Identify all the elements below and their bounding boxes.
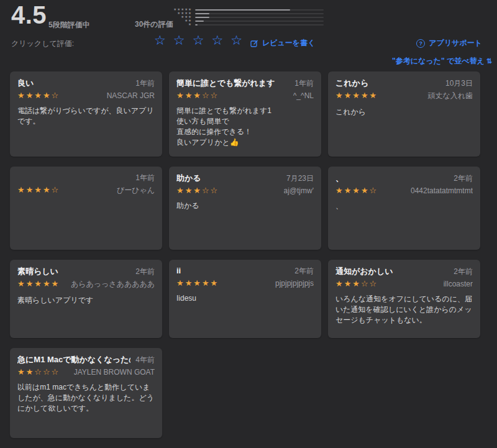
rate-star-4[interactable]: ☆ [211,32,223,48]
review-title: 簡単に誰とでも繋がれます [176,78,290,89]
review-card: 通知がおかしい2年前★★★☆☆illcoasterいろんな通知をオフにしているの… [328,260,480,338]
histogram-bar-fill [195,17,209,19]
review-date: 10月3日 [445,78,473,89]
app-support-label: アプリサポート [429,38,482,48]
histogram-bar-track [195,9,324,11]
review-date: 1年前 [135,78,155,89]
review-body: 電話は繋がりづらいですが、良いアプリです。 [17,106,155,127]
histogram-row-1-star: ★ [171,23,324,27]
rate-prompt-label: クリックして評価: [11,39,74,49]
review-card: ii2年前★★★★★pjpjpjpjpjpjsIidesu [169,260,321,338]
review-card: 1年前★★★★☆びーひゃん [10,167,162,250]
review-title: 急にM1 Macで動かなくなったのでどうにかし [17,354,130,365]
review-author: あらあっっさあああああ [71,279,155,290]
review-card: 良い1年前★★★★☆NASCAR JGR電話は繋がりづらいですが、良いアプリです… [10,71,162,157]
review-title: これから [335,78,440,89]
review-title: 助かる [176,173,281,184]
ratings-header: 4.5 5段階評価中 30件の評価 ★★★★★★★★★★★★★★★ クリックして… [0,0,497,71]
review-title: 、 [335,173,449,184]
review-star-rating: ★★★★★ [335,91,378,100]
histogram-bar-track [195,21,324,22]
review-date: 2年前 [135,267,155,277]
reviews-grid: 良い1年前★★★★☆NASCAR JGR電話は繋がりづらいですが、良いアプリです… [10,71,497,438]
review-body: これから [335,107,473,117]
review-body: いろんな通知をオフにしているのに、届いた通知を確認しにいくと誰からのメッセージも… [335,294,473,326]
review-card: 素晴らしい2年前★★★★★あらあっっさあああああ素晴らしいアプリです [10,260,162,338]
review-star-rating: ★★★☆☆ [176,91,219,100]
review-title: ii [176,266,290,275]
rate-star-5[interactable]: ☆ [230,32,242,48]
histogram-star-icons: ★ [171,23,192,27]
review-body: 以前はm1 macできちんと動作していましたが、急に動かなくなりました。どうにか… [17,382,155,414]
review-star-rating: ★★★★★ [176,278,219,288]
review-card: 助かる7月23日★★★☆☆aj@tjmw'助かる [169,167,321,250]
review-card: 、2年前★★★★☆0442tatatatmtmtmt、 [328,167,480,250]
rate-star-3[interactable]: ☆ [193,32,204,48]
review-author: pjpjpjpjpjpjs [275,279,314,288]
review-author: びーひゃん [117,185,155,196]
review-star-rating: ★★★★☆ [17,91,60,100]
sort-arrows-icon: ⇅ [486,57,492,65]
histogram-bar-fill [195,13,209,15]
rating-count: 30件の評価 [135,19,173,30]
review-body: Iidesu [176,293,314,304]
average-rating: 4.5 [11,1,47,29]
histogram-bar-fill [195,9,290,11]
sort-label: "参考になった" で並べ替え [392,57,485,65]
write-review-button[interactable]: レビューを書く [250,38,315,48]
histogram-bar-track [195,17,324,19]
compose-icon [250,39,258,47]
review-date: 2年前 [294,266,314,277]
question-mark-icon: ? [416,39,425,48]
review-title: 良い [17,78,130,89]
review-date: 2年前 [454,267,473,277]
review-date: 4年前 [135,355,155,365]
review-author: illcoaster [444,280,473,288]
review-body: 助かる [176,201,314,211]
review-author: JAYLEN BROWN GOAT [74,368,155,377]
review-star-rating: ★★☆☆☆ [17,367,60,377]
rate-star-2[interactable]: ☆ [173,32,185,48]
review-date: 1年前 [135,173,155,183]
review-author: 頑丈な入れ歯 [427,91,473,101]
review-body: 簡単に誰とでも繋がれます1 使い方も簡単で 直感的に操作できる！ 良いアプリかと… [176,106,314,157]
review-star-rating: ★★★★☆ [17,185,60,194]
review-card: これから10月3日★★★★★頑丈な入れ歯これから [328,71,480,157]
rating-scale-label: 5段階評価中 [48,20,90,30]
review-title: 通知がおかしい [335,266,449,277]
review-body: 、 [335,201,473,211]
review-author: ^_^NL [293,91,314,100]
review-date: 7月23日 [286,173,314,184]
histogram-bar-track [195,24,324,26]
rate-star-1[interactable]: ☆ [154,32,166,48]
review-star-rating: ★★★★☆ [335,186,378,195]
rate-stars[interactable]: ☆☆☆☆☆ [154,32,242,48]
review-star-rating: ★★★☆☆ [176,186,219,195]
sort-selector[interactable]: "参考になった" で並べ替え⇅ [392,56,492,66]
review-title: 素晴らしい [17,266,130,277]
histogram-bar-fill [195,24,198,26]
review-author: NASCAR JGR [107,91,155,100]
review-card: 簡単に誰とでも繋がれます1年前★★★☆☆^_^NL簡単に誰とでも繋がれます1 使… [169,71,321,157]
histogram-bar-fill [195,21,204,22]
review-body: 素晴らしいアプリです [17,295,155,306]
review-star-rating: ★★★★★ [17,279,60,288]
rating-histogram: ★★★★★★★★★★★★★★★ [171,8,324,27]
review-author: aj@tjmw' [284,186,314,195]
review-card: 急にM1 Macで動かなくなったのでどうにかし4年前★★☆☆☆JAYLEN BR… [10,348,162,438]
review-author: 0442tatatatmtmtmt [411,186,473,195]
review-star-rating: ★★★☆☆ [335,279,378,288]
review-date: 1年前 [294,78,314,89]
app-support-link[interactable]: ? アプリサポート [416,38,482,48]
review-date: 2年前 [454,173,473,184]
histogram-bar-track [195,13,324,15]
write-review-label: レビューを書く [262,38,315,48]
